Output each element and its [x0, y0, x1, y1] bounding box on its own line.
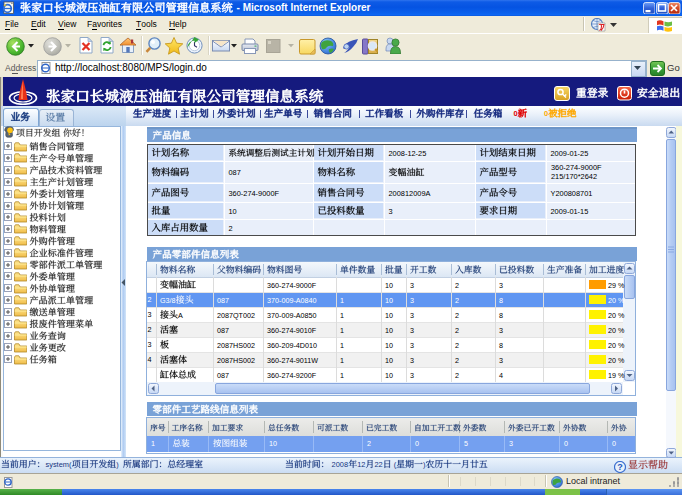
svg-text:?: ? — [617, 462, 623, 472]
